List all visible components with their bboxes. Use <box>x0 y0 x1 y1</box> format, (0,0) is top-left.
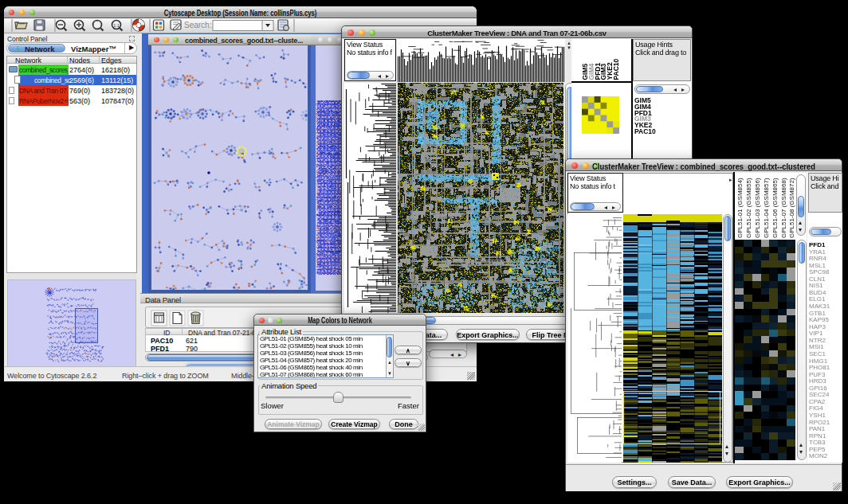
svg-text:Search:: Search: <box>184 21 211 29</box>
svg-text:1:1: 1:1 <box>113 23 120 28</box>
